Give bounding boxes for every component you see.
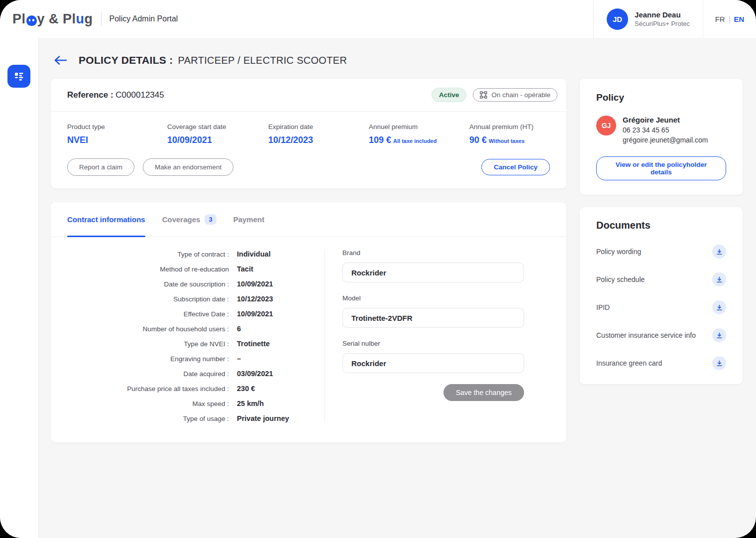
document-row: IPID — [596, 300, 726, 314]
download-icon — [716, 249, 723, 255]
policyholder-card-title: Policy — [596, 92, 726, 103]
policyholder-email: grégoire.jeunet@gmail.com — [623, 136, 708, 144]
contract-row: Purchase price all taxes included :230 € — [67, 385, 324, 393]
cancel-policy-button[interactable]: Cancel Policy — [481, 159, 550, 175]
vector-square-icon — [480, 91, 487, 99]
lang-en-button[interactable]: EN — [734, 15, 745, 23]
brand-text: Pl — [12, 11, 26, 27]
app-title: Policy Admin Portal — [109, 14, 178, 23]
user-organization: SécuriPlus+ Protec — [635, 20, 690, 27]
policyholder-info: GJ Grégoire Jeunet 06 23 34 45 65 grégoi… — [596, 116, 726, 144]
contract-row: Engraving number :– — [67, 355, 324, 363]
tab-bar: Contract informations Coverages 3 Paymen… — [51, 202, 566, 237]
contract-row: Type of contract :Individual — [67, 250, 324, 258]
reference-value: C000012345 — [115, 90, 164, 100]
document-row: Policy schedule — [596, 272, 726, 286]
vehicle-form: Brand Model Serial nulber Save the chang… — [342, 249, 524, 422]
page-title: POLICY DETAILS : PARTICEEP / ELECTRIC SC… — [79, 54, 347, 66]
user-avatar[interactable]: JD — [607, 8, 628, 30]
stat-annual-premium-ht: Annual premium (HT) 90 €Without taxes — [469, 123, 534, 145]
contract-row: Type of usage :Private journey — [67, 414, 324, 422]
document-row: Customer insurance service info — [596, 328, 726, 342]
tab-payment[interactable]: Payment — [233, 202, 265, 237]
policyholder-card: Policy GJ Grégoire Jeunet 06 23 34 45 65… — [580, 79, 743, 195]
document-name: Customer insurance service info — [596, 331, 696, 339]
save-changes-button[interactable]: Save the changes — [443, 384, 524, 401]
document-name: Insurance green card — [596, 359, 662, 367]
onchain-badge-label: On chain - opérable — [491, 91, 550, 99]
download-button[interactable] — [712, 245, 726, 259]
lang-separator: | — [729, 15, 731, 23]
lang-fr-button[interactable]: FR — [715, 15, 725, 23]
contract-card: Contract informations Coverages 3 Paymen… — [51, 202, 566, 442]
download-icon — [716, 304, 723, 311]
make-endorsement-button[interactable]: Make an endorsement — [143, 158, 233, 176]
policyholder-name: Grégoire Jeunet — [623, 116, 708, 124]
download-button[interactable] — [712, 356, 726, 370]
model-field-label: Model — [342, 294, 524, 302]
brand-area: Ply & Plug Policy Admin Portal — [0, 0, 178, 38]
contract-row: Number of household users :6 — [67, 325, 324, 333]
contract-row: Date de souscription :10/09/2021 — [67, 280, 324, 288]
contract-row: Method of re-educationTacit — [67, 265, 324, 273]
reference-card: Reference : C000012345 Active — [51, 79, 566, 188]
status-badge: Active — [432, 88, 467, 102]
download-button[interactable] — [712, 300, 726, 314]
reference-label: Reference : — [67, 90, 113, 100]
documents-card-title: Documents — [596, 220, 726, 231]
document-row: Policy wording — [596, 245, 726, 259]
documents-card: Documents Policy wording Policy schedule… — [580, 207, 743, 384]
document-row: Insurance green card — [596, 356, 726, 370]
brand-field-label: Brand — [342, 249, 524, 257]
reference-header: Reference : C000012345 Active — [51, 79, 566, 112]
serial-number-field[interactable] — [342, 353, 524, 373]
header-divider — [101, 11, 102, 26]
download-icon — [716, 332, 723, 339]
contract-details-list: Type of contract :Individual Method of r… — [67, 249, 325, 422]
top-bar: Ply & Plug Policy Admin Portal JD Jeanne… — [0, 0, 756, 38]
policyholder-phone: 06 23 34 45 65 — [623, 126, 708, 134]
brand-field[interactable] — [342, 263, 524, 282]
contract-row: Effective Date :10/09/2021 — [67, 310, 324, 318]
arrow-left-icon — [54, 55, 67, 66]
document-name: IPID — [596, 303, 610, 311]
sidebar — [0, 38, 39, 538]
contract-row: Max speed :25 km/h — [67, 400, 324, 407]
document-name: Policy wording — [596, 248, 641, 256]
page-title-sub: PARTICEEP / ELECTRIC SCOOTER — [178, 55, 347, 66]
policy-stats: Product type NVEI Coverage start date 10… — [67, 123, 550, 145]
edit-policyholder-button[interactable]: View or edit the policyholder details — [596, 156, 726, 180]
model-field[interactable] — [342, 308, 524, 328]
user-name: Jeanne Deau — [635, 10, 690, 19]
back-button[interactable] — [54, 55, 67, 66]
sidebar-policies-button[interactable] — [7, 65, 30, 88]
download-button[interactable] — [712, 272, 726, 286]
tab-coverages[interactable]: Coverages 3 — [162, 202, 216, 237]
download-icon — [716, 276, 723, 283]
download-icon — [716, 360, 723, 367]
stat-expiration: Expiration date 10/12/2023 — [268, 123, 369, 145]
onchain-badge: On chain - opérable — [473, 88, 557, 102]
reference-title: Reference : C000012345 — [67, 90, 164, 100]
stat-annual-premium: Annuel premium 109 €All taxe included — [369, 123, 469, 145]
download-button[interactable] — [712, 328, 726, 342]
brand-text: y & Pl — [37, 11, 76, 27]
policy-actions: Report a claim Make an endorsement Cance… — [67, 158, 550, 176]
serial-number-field-label: Serial nulber — [342, 340, 524, 347]
contract-row: Date acquired :03/09/2021 — [67, 370, 324, 378]
stat-coverage-start: Coverage start date 10/09/2021 — [167, 123, 268, 145]
user-menu[interactable]: JD Jeanne Deau SécuriPlus+ Protec — [593, 0, 703, 38]
main-content: POLICY DETAILS : PARTICEEP / ELECTRIC SC… — [39, 38, 756, 538]
document-name: Policy schedule — [596, 275, 645, 283]
stat-product-type: Product type NVEI — [67, 123, 167, 145]
brand-face-icon — [26, 15, 37, 26]
brand-text: g — [85, 11, 93, 27]
page-title-main: POLICY DETAILS : — [79, 54, 173, 66]
tab-contract-informations[interactable]: Contract informations — [67, 202, 145, 237]
language-switcher: FR | EN — [703, 0, 756, 38]
list-icon — [13, 70, 25, 82]
app-window: Ply & Plug Policy Admin Portal JD Jeanne… — [0, 0, 756, 538]
policyholder-avatar: GJ — [596, 116, 616, 135]
report-claim-button[interactable]: Report a claim — [67, 158, 134, 176]
contract-row: Type de NVEI :Trotinette — [67, 340, 324, 348]
